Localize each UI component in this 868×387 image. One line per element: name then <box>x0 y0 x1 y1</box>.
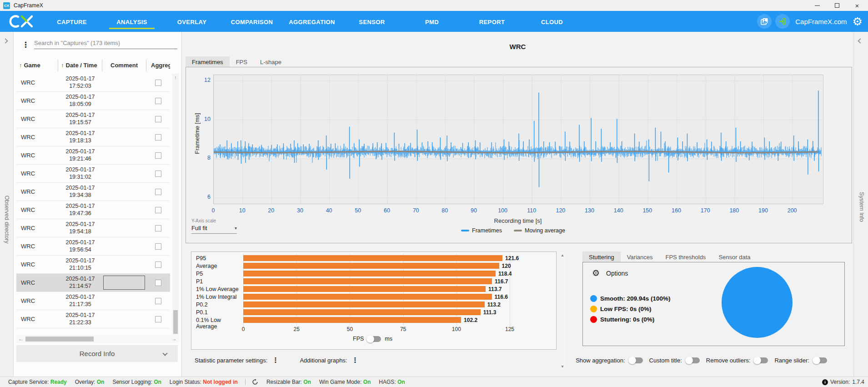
statistic-settings-menu-icon[interactable]: ⋮ <box>272 356 279 364</box>
toggle-switch[interactable] <box>813 357 827 363</box>
aggregation-checkbox[interactable] <box>155 98 161 104</box>
capture-row[interactable]: WRC2025-01-1721:10:15 <box>16 256 170 274</box>
aggregation-checkbox[interactable] <box>155 298 161 304</box>
x-tick-label: 20 <box>262 207 280 214</box>
capture-row[interactable]: WRC2025-01-1719:56:54 <box>16 237 170 256</box>
stutter-options[interactable]: ⚙ Options <box>592 268 628 278</box>
scroll-left-icon[interactable]: ← <box>18 336 24 342</box>
aggregation-checkbox[interactable] <box>155 225 161 231</box>
record-info-expander[interactable]: Record Info <box>16 345 178 362</box>
nav-tab-capture[interactable]: CAPTURE <box>42 13 102 30</box>
stutter-legend-text: Stuttering: 0s (0%) <box>600 316 654 323</box>
aggregation-checkbox[interactable] <box>155 171 161 177</box>
aggregation-checkbox[interactable] <box>155 243 161 250</box>
bar-x-tick-label: 75 <box>396 326 410 332</box>
aggregation-checkbox[interactable] <box>155 134 161 141</box>
nav-tab-sensor[interactable]: SENSOR <box>342 13 402 30</box>
y-axis-scale-dropdown[interactable]: Full fit▾ <box>191 225 237 234</box>
vertical-scrollbar-thumb[interactable] <box>173 310 178 334</box>
unit-toggle-switch[interactable] <box>367 336 381 342</box>
capture-table-header: ↑Game ↑Date / Time Comment Aggreg <box>16 57 170 74</box>
column-header-comment[interactable]: Comment <box>102 60 146 71</box>
screenshot-button[interactable] <box>757 14 772 29</box>
aggregation-checkbox[interactable] <box>155 261 161 268</box>
aggregation-checkbox[interactable] <box>155 116 161 122</box>
search-input[interactable] <box>34 37 177 49</box>
capture-row[interactable]: WRC2025-01-1717:52:03 <box>16 74 170 92</box>
aggregation-checkbox[interactable] <box>155 207 161 213</box>
cell-comment <box>102 201 146 219</box>
titlebar: CX CapFrameX × <box>0 0 868 11</box>
cell-aggreg <box>146 80 170 86</box>
cell-datetime: 2025-01-1721:17:35 <box>58 294 102 308</box>
cell-aggreg <box>146 207 170 213</box>
capture-list-horizontal-scrollbar[interactable]: ← → <box>16 335 179 343</box>
additional-graphs-menu-icon[interactable]: ⋮ <box>351 356 358 364</box>
additional-graphs-label: Additional graphs: <box>300 357 347 364</box>
nav-tab-comparison[interactable]: COMPARISON <box>222 13 282 30</box>
aggregation-checkbox[interactable] <box>155 280 161 286</box>
cell-aggreg <box>146 116 170 122</box>
capture-row[interactable]: WRC2025-01-1721:22:33 <box>16 310 170 328</box>
x-tick-label: 150 <box>638 207 657 214</box>
nav-tab-report[interactable]: REPORT <box>462 13 522 30</box>
bar-panel-scrollbar[interactable]: ▴ ▾ <box>559 251 566 370</box>
cell-comment <box>102 237 146 255</box>
capture-row[interactable]: WRC2025-01-1721:14:57 <box>16 274 170 292</box>
capture-row[interactable]: WRC2025-01-1719:54:18 <box>16 219 170 237</box>
expand-directory-chevron-icon[interactable] <box>3 38 8 43</box>
expand-system-info-chevron-icon[interactable] <box>858 38 863 43</box>
x-tick-label: 100 <box>494 207 512 214</box>
scroll-up-icon[interactable]: ↑ <box>172 75 179 80</box>
status-resizable-bar: Resizable Bar: On <box>266 379 311 385</box>
aggregation-checkbox[interactable] <box>155 316 161 322</box>
aggregation-checkbox[interactable] <box>155 80 161 86</box>
comment-input-box[interactable] <box>103 276 145 290</box>
cell-aggreg <box>146 316 170 322</box>
observed-directory-strip: Observed directory <box>0 32 14 377</box>
capture-list-vertical-scrollbar[interactable]: ↑ <box>172 74 179 335</box>
maximize-button[interactable] <box>828 0 846 11</box>
column-header-datetime[interactable]: ↑Date / Time <box>58 60 102 71</box>
horizontal-scrollbar-thumb[interactable] <box>25 337 94 342</box>
sort-asc-icon: ↑ <box>19 62 22 69</box>
capture-row[interactable]: WRC2025-01-1719:15:57 <box>16 110 170 128</box>
nav-tab-cloud[interactable]: CLOUD <box>522 13 582 30</box>
capture-row[interactable]: WRC2025-01-1719:47:36 <box>16 201 170 219</box>
toggle-switch[interactable] <box>754 357 768 363</box>
toggle-switch[interactable] <box>629 357 643 363</box>
login-button[interactable] <box>775 14 790 29</box>
cell-game: WRC <box>16 79 58 86</box>
close-button[interactable]: × <box>848 0 866 11</box>
frametime-chart-panel: Frametime [ms] Recording time [s] Y-Axis… <box>186 67 852 243</box>
column-header-aggreg[interactable]: Aggreg <box>146 60 170 71</box>
aggregation-checkbox[interactable] <box>155 152 161 159</box>
nav-tab-pmd[interactable]: PMD <box>402 13 462 30</box>
cell-datetime: 2025-01-1718:05:09 <box>58 94 102 108</box>
frametime-plot[interactable] <box>213 75 823 204</box>
nav-tab-overlay[interactable]: OVERLAY <box>162 13 222 30</box>
scroll-right-icon[interactable]: → <box>171 336 177 342</box>
minimize-button[interactable] <box>808 0 826 11</box>
capture-row[interactable]: WRC2025-01-1718:05:09 <box>16 92 170 110</box>
capture-row[interactable]: WRC2025-01-1719:21:46 <box>16 146 170 165</box>
capture-row[interactable]: WRC2025-01-1719:34:38 <box>16 183 170 201</box>
x-tick-label: 0 <box>204 207 222 214</box>
capture-row[interactable]: WRC2025-01-1721:17:35 <box>16 292 170 310</box>
cell-datetime: 2025-01-1721:22:33 <box>58 312 102 326</box>
capture-row[interactable]: WRC2025-01-1719:18:13 <box>16 128 170 146</box>
capframex-site-link[interactable]: CapFrameX.com <box>795 18 847 25</box>
scroll-up-icon[interactable]: ▴ <box>559 252 566 257</box>
toggle-range-slider: Range slider: <box>774 357 827 364</box>
cell-datetime: 2025-01-1721:14:57 <box>58 276 102 290</box>
aggregation-checkbox[interactable] <box>155 189 161 195</box>
cell-aggreg <box>146 261 170 268</box>
nav-tab-aggregation[interactable]: AGGREGATION <box>282 13 342 30</box>
refresh-icon[interactable] <box>252 379 258 385</box>
capture-row[interactable]: WRC2025-01-1719:31:02 <box>16 165 170 183</box>
settings-gear-icon[interactable]: ⚙ <box>853 16 863 27</box>
column-header-game[interactable]: ↑Game <box>16 60 58 71</box>
toggle-switch[interactable] <box>686 357 700 363</box>
capture-list-menu-icon[interactable]: ⋮ <box>22 40 30 50</box>
nav-tab-analysis[interactable]: ANALYSIS <box>102 13 162 30</box>
